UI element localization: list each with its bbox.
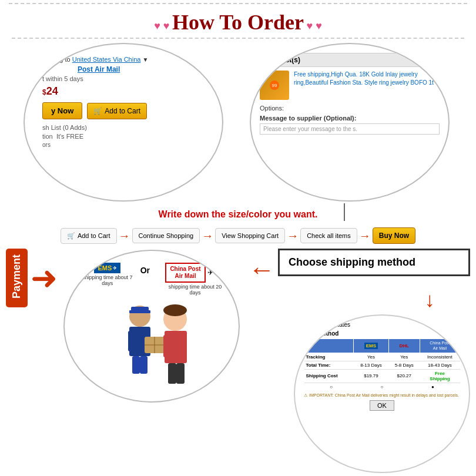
arrow-4: → (359, 229, 371, 243)
message-placeholder: Please enter your message to the s. (260, 123, 440, 135)
tracking-label: Tracking (304, 353, 354, 361)
button-row: y Now 🛒 Add to Cart (42, 102, 210, 119)
protection-row: tion It's FREE (42, 133, 210, 140)
cart-icon: 🛒 (93, 107, 102, 115)
ok-button[interactable]: OK (370, 400, 394, 411)
heart-deco-right: ♥ ♥ (306, 20, 321, 32)
cost-ems: $19.79 (354, 369, 388, 383)
options-row: Options: (260, 105, 440, 112)
tracking-dhl: Yes (388, 353, 420, 361)
time-ems: 8-13 Days (354, 361, 388, 369)
shipping-table-circle: United States ping Method EMS DHL (294, 314, 470, 473)
process-flow: 🛒 Add to Cart → Continue Shopping → View… (0, 223, 476, 249)
or-text: Or (140, 266, 150, 275)
products-header: Product(s) (260, 53, 440, 67)
china-post-time: shipping time about 20 days (166, 284, 224, 296)
svg-rect-4 (132, 356, 140, 374)
shipping-table-content: United States ping Method EMS DHL (295, 316, 469, 417)
price-row: $24 (42, 85, 210, 98)
step-check-items[interactable]: Check all items (300, 228, 357, 243)
us-flag-icon (304, 322, 313, 328)
china-post-header: China PostAir Mail (430, 341, 450, 350)
svg-rect-7 (129, 310, 150, 313)
heart-deco-left: ♥ ♥ (154, 20, 169, 32)
wish-list-row: sh List (0 Adds) (42, 124, 210, 131)
arrow-2: → (202, 229, 213, 243)
down-arrow: ↓ (246, 288, 470, 311)
svg-rect-2 (128, 331, 134, 351)
svg-rect-13 (163, 335, 169, 357)
tracking-china: Inconsistent (420, 353, 460, 361)
post-air-link[interactable]: Post Air Mail (78, 65, 210, 73)
left-circle: hipping to United States Via China ▼ Pos… (25, 44, 222, 154)
other-row: ors (42, 142, 210, 148)
write-down-text: Write down the size/color you want. (159, 209, 318, 219)
svg-rect-16 (176, 363, 185, 384)
step-add-to-cart[interactable]: 🛒 Add to Cart (61, 228, 117, 244)
cost-china: FreeShipping (420, 369, 460, 383)
buy-now-button[interactable]: y Now (42, 102, 82, 119)
bottom-left-content: EMS ✈ shipping time about 7 days Or Chin… (65, 251, 239, 401)
bottom-row: Payment ➜ EMS ✈ shipping time about 7 da (6, 249, 470, 473)
delivery-illustration (99, 299, 205, 390)
important-note: ⚠ IMPORTANT: China Post Air Mail deliver… (304, 393, 460, 398)
time-dhl: 5-8 Days (388, 361, 420, 369)
svg-rect-14 (179, 335, 185, 357)
product-item: 99 Free shipping,High Qua. 18K Gold Inla… (260, 71, 440, 100)
ems-logo: EMS (98, 264, 112, 271)
time-label: Total Time: (304, 361, 354, 369)
ems-header: EMS (364, 343, 378, 349)
svg-point-17 (163, 304, 187, 316)
write-down-section: Write down the size/color you want. (0, 206, 476, 223)
payment-arrow: ➜ (31, 259, 58, 297)
radio-ems[interactable]: ○ (330, 384, 333, 390)
step-continue-shopping[interactable]: Continue Shopping (132, 228, 200, 243)
delivery-row: t within 5 days (42, 75, 210, 82)
product-description: Free shipping,High Qua. 18K Gold Inlay j… (294, 71, 440, 100)
svg-rect-15 (168, 363, 176, 384)
step-buy-now[interactable]: Buy Now (373, 227, 415, 244)
arrow-3: → (287, 229, 299, 243)
radio-china[interactable]: ● (431, 384, 434, 390)
dhl-header: DHL (400, 343, 409, 348)
page-title: How To Order (172, 11, 304, 34)
us-flag-row: United States (304, 321, 460, 328)
ems-time: shipping time about 7 days (79, 274, 136, 286)
choose-shipping-box: Choose shipping method (278, 249, 470, 276)
shipping-comparison-table: EMS DHL China PostAir Mail Trac (304, 338, 460, 391)
svg-rect-5 (140, 356, 148, 374)
right-circle: Product(s) 99 Free shipping,High Qua. 18… (251, 44, 448, 143)
step-view-cart[interactable]: View Shopping Cart (215, 228, 285, 243)
payment-label: Payment (6, 249, 28, 307)
cart-icon-small: 🛒 (67, 232, 75, 240)
shipping-row: hipping to United States Via China ▼ (42, 56, 210, 63)
radio-dhl[interactable]: ○ (381, 384, 384, 390)
product-image: 99 (260, 71, 289, 100)
cost-label: Shipping Cost (304, 369, 354, 383)
shipping-label: hipping to (42, 56, 71, 63)
shipping-destination: United States Via China (72, 56, 141, 63)
cost-dhl: $20.27 (388, 369, 420, 383)
connector-line (344, 203, 345, 221)
china-post-badge: China PostAir Mail (165, 263, 205, 283)
product-badge: 99 (270, 81, 279, 90)
arrow-pointing-left: ← (249, 254, 275, 285)
ems-badge: EMS ✈ (94, 263, 120, 273)
time-china: 18-43 Days (420, 361, 460, 369)
message-header: Message to supplier (Optional): (260, 115, 440, 122)
shipping-method-title: ping Method (304, 330, 460, 337)
add-to-cart-button[interactable]: 🛒 Add to Cart (87, 103, 147, 119)
arrow-1: → (119, 229, 130, 243)
tracking-ems: Yes (354, 353, 388, 361)
